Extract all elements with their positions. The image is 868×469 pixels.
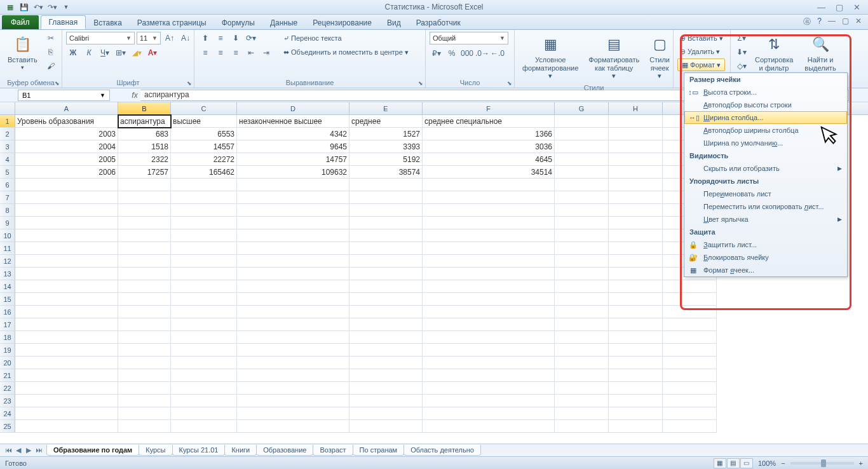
clipboard-launcher[interactable]: ⬊ bbox=[55, 80, 60, 86]
cell[interactable] bbox=[555, 382, 609, 395]
cell[interactable] bbox=[423, 357, 555, 369]
percent-button[interactable]: % bbox=[445, 47, 459, 60]
increase-indent-button[interactable]: ⇥ bbox=[259, 46, 273, 59]
format-cells-button[interactable]: ▦ Формат ▾ bbox=[677, 58, 725, 71]
cell[interactable] bbox=[609, 179, 663, 191]
cell[interactable] bbox=[118, 229, 171, 242]
cell[interactable] bbox=[555, 306, 609, 318]
cell[interactable] bbox=[423, 280, 555, 293]
dd-autofit-row[interactable]: Автоподбор высоты строки bbox=[684, 99, 847, 111]
row-header-10[interactable]: 10 bbox=[0, 229, 15, 242]
cell[interactable] bbox=[555, 420, 609, 433]
align-bottom-button[interactable]: ⬇ bbox=[229, 32, 243, 44]
cell[interactable] bbox=[609, 204, 663, 217]
sheet-tab-3[interactable]: Книги bbox=[224, 445, 257, 456]
underline-button[interactable]: Ч▾ bbox=[98, 46, 112, 59]
sheet-tab-6[interactable]: По странам bbox=[353, 445, 405, 456]
cell[interactable] bbox=[663, 293, 717, 306]
row-header-23[interactable]: 23 bbox=[0, 395, 15, 407]
window-max-icon[interactable]: ▢ bbox=[842, 17, 849, 27]
dd-column-width[interactable]: ↔▯Ширина столбца... bbox=[684, 111, 847, 124]
save-icon[interactable]: 💾 bbox=[19, 2, 29, 12]
sheet-nav-next[interactable]: ▶ bbox=[24, 446, 33, 454]
cell[interactable] bbox=[555, 140, 609, 153]
cell[interactable] bbox=[237, 242, 349, 255]
merge-center-button[interactable]: ⬌Объединить и поместить в центре ▾ bbox=[281, 46, 411, 58]
select-all-corner[interactable] bbox=[0, 102, 15, 114]
cell[interactable] bbox=[171, 369, 237, 382]
cell[interactable] bbox=[171, 331, 237, 344]
col-header-E[interactable]: E bbox=[349, 102, 423, 114]
cell[interactable]: 2003 bbox=[15, 128, 118, 140]
row-header-7[interactable]: 7 bbox=[0, 191, 15, 204]
cell[interactable] bbox=[118, 407, 171, 420]
cell[interactable] bbox=[609, 242, 663, 255]
dd-lock-cell[interactable]: 🔐Блокировать ячейку bbox=[684, 251, 847, 264]
cell[interactable] bbox=[118, 331, 171, 344]
dd-format-cells[interactable]: ▦Формат ячеек... bbox=[684, 264, 847, 276]
cell[interactable] bbox=[171, 407, 237, 420]
cell[interactable] bbox=[171, 306, 237, 318]
cell[interactable] bbox=[609, 407, 663, 420]
cell[interactable] bbox=[663, 369, 717, 382]
dd-protect-sheet[interactable]: 🔒Защитить лист... bbox=[684, 238, 847, 251]
cell[interactable]: 1527 bbox=[349, 128, 423, 140]
cell[interactable] bbox=[423, 293, 555, 306]
cell[interactable] bbox=[423, 179, 555, 191]
cell[interactable] bbox=[423, 395, 555, 407]
cell[interactable] bbox=[423, 318, 555, 331]
cell[interactable] bbox=[609, 153, 663, 166]
align-middle-button[interactable]: ≡ bbox=[214, 32, 227, 44]
col-header-H[interactable]: H bbox=[609, 102, 663, 114]
format-painter-button[interactable]: 🖌 bbox=[44, 60, 58, 72]
cell[interactable] bbox=[237, 204, 349, 217]
cell[interactable]: 17257 bbox=[118, 166, 171, 179]
cell[interactable] bbox=[349, 318, 423, 331]
row-header-14[interactable]: 14 bbox=[0, 280, 15, 293]
fill-button[interactable]: ⬇▾ bbox=[735, 46, 749, 58]
cell[interactable] bbox=[555, 217, 609, 229]
undo-icon[interactable]: ↶▾ bbox=[33, 2, 43, 12]
dd-hide-unhide[interactable]: Скрыть или отобразить▶ bbox=[684, 162, 847, 175]
cell[interactable] bbox=[423, 420, 555, 433]
cell-styles-button[interactable]: ▢Стили ячеек▾ bbox=[646, 32, 674, 83]
cell[interactable] bbox=[15, 420, 118, 433]
cell[interactable] bbox=[15, 268, 118, 280]
cell[interactable] bbox=[171, 420, 237, 433]
cell[interactable] bbox=[15, 357, 118, 369]
dd-tab-color[interactable]: Цвет ярлычка▶ bbox=[684, 213, 847, 226]
align-top-button[interactable]: ⬆ bbox=[198, 32, 212, 44]
cell[interactable] bbox=[237, 318, 349, 331]
cell[interactable] bbox=[609, 217, 663, 229]
cell[interactable] bbox=[555, 369, 609, 382]
copy-button[interactable]: ⎘ bbox=[44, 46, 58, 58]
cell[interactable] bbox=[15, 229, 118, 242]
row-header-9[interactable]: 9 bbox=[0, 217, 15, 229]
cell[interactable] bbox=[15, 293, 118, 306]
cell[interactable] bbox=[349, 191, 423, 204]
cell[interactable] bbox=[237, 293, 349, 306]
name-box[interactable]: B1▼ bbox=[18, 90, 110, 101]
window-min-icon[interactable]: — bbox=[828, 17, 836, 27]
dd-default-width[interactable]: Ширина по умолчанию... bbox=[684, 137, 847, 149]
redo-icon[interactable]: ↷▾ bbox=[47, 2, 57, 12]
col-header-G[interactable]: G bbox=[555, 102, 609, 114]
cell[interactable] bbox=[349, 242, 423, 255]
sheet-tab-4[interactable]: Образование bbox=[256, 445, 313, 456]
cell[interactable] bbox=[349, 255, 423, 268]
cell[interactable] bbox=[609, 306, 663, 318]
view-pagebreak-button[interactable]: ▭ bbox=[740, 458, 753, 468]
dd-autofit-column[interactable]: Автоподбор ширины столбца bbox=[684, 124, 847, 137]
cut-button[interactable]: ✂ bbox=[44, 32, 58, 44]
row-header-5[interactable]: 5 bbox=[0, 166, 15, 179]
cell[interactable] bbox=[118, 357, 171, 369]
cell[interactable] bbox=[118, 293, 171, 306]
cell[interactable] bbox=[349, 331, 423, 344]
sheet-tab-1[interactable]: Курсы bbox=[139, 445, 172, 456]
zoom-in-button[interactable]: + bbox=[859, 459, 863, 467]
cell[interactable]: 5192 bbox=[349, 153, 423, 166]
cell[interactable] bbox=[237, 268, 349, 280]
delete-cells-button[interactable]: ⊖ Удалить ▾ bbox=[677, 45, 722, 58]
cell[interactable] bbox=[555, 179, 609, 191]
cell[interactable]: 109632 bbox=[237, 166, 349, 179]
